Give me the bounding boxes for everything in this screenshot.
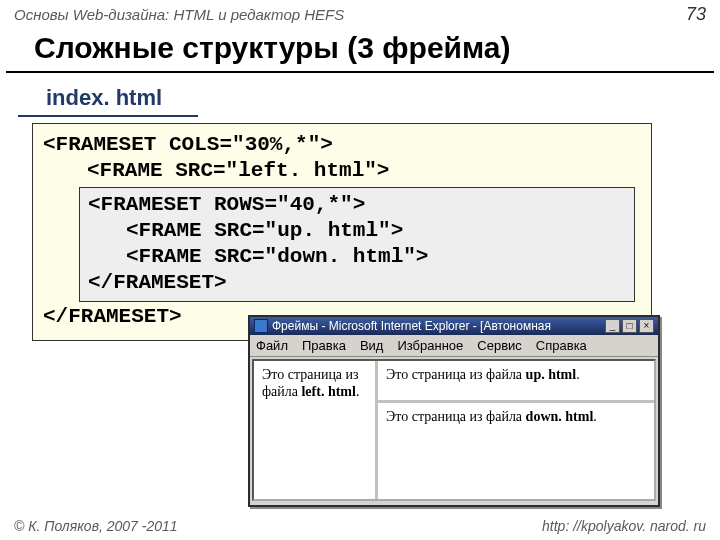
footer-url: http: //kpolyakov. narod. ru <box>542 518 706 534</box>
code-line: <FRAMESET COLS="30%,*"> <box>43 132 641 158</box>
code-line: <FRAME SRC="down. html"> <box>88 244 626 270</box>
code-line: </FRAMESET> <box>88 270 626 296</box>
close-button[interactable]: × <box>639 319 654 333</box>
window-title: Фреймы - Microsoft Internet Explorer - [… <box>272 319 551 333</box>
menu-service[interactable]: Сервис <box>477 338 522 353</box>
breadcrumb: Основы Web-дизайна: HTML и редактор HEFS <box>14 6 344 23</box>
menu-bar: Файл Правка Вид Избранное Сервис Справка <box>250 335 658 357</box>
code-line: <FRAME SRC="up. html"> <box>88 218 626 244</box>
frameset-preview: Это страница из файла left. html. Это ст… <box>252 359 656 501</box>
maximize-button[interactable]: □ <box>622 319 637 333</box>
frame-up: Это страница из файла up. html. <box>378 361 654 403</box>
ie-icon <box>254 319 268 333</box>
frame-up-file: up. html <box>526 367 577 382</box>
page-number: 73 <box>686 4 706 25</box>
minimize-button[interactable]: _ <box>605 319 620 333</box>
menu-edit[interactable]: Правка <box>302 338 346 353</box>
code-line: <FRAME SRC="left. html"> <box>43 158 641 184</box>
frame-down: Это страница из файла down. html. <box>378 403 654 499</box>
browser-window: Фреймы - Microsoft Internet Explorer - [… <box>248 315 660 507</box>
menu-favorites[interactable]: Избранное <box>397 338 463 353</box>
frame-right-col: Это страница из файла up. html. Это стра… <box>378 361 654 499</box>
header-bar: Основы Web-дизайна: HTML и редактор HEFS… <box>0 0 720 27</box>
titlebar: Фреймы - Microsoft Internet Explorer - [… <box>250 317 658 335</box>
menu-help[interactable]: Справка <box>536 338 587 353</box>
copyright: © К. Поляков, 2007 -2011 <box>14 518 178 534</box>
menu-view[interactable]: Вид <box>360 338 384 353</box>
frame-down-file: down. html <box>526 409 594 424</box>
frame-up-text: Это страница из файла <box>386 367 526 382</box>
page-title: Сложные структуры (3 фрейма) <box>6 27 714 73</box>
frame-left-file: left. html <box>301 384 355 399</box>
code-block-inner: <FRAMESET ROWS="40,*"> <FRAME SRC="up. h… <box>79 187 635 302</box>
footer: © К. Поляков, 2007 -2011 http: //kpolyak… <box>0 514 720 538</box>
code-line: <FRAMESET ROWS="40,*"> <box>88 192 626 218</box>
frame-down-text: Это страница из файла <box>386 409 526 424</box>
frame-left: Это страница из файла left. html. <box>254 361 378 499</box>
filename-label: index. html <box>18 81 198 117</box>
menu-file[interactable]: Файл <box>256 338 288 353</box>
code-block-outer: <FRAMESET COLS="30%,*"> <FRAME SRC="left… <box>32 123 652 341</box>
